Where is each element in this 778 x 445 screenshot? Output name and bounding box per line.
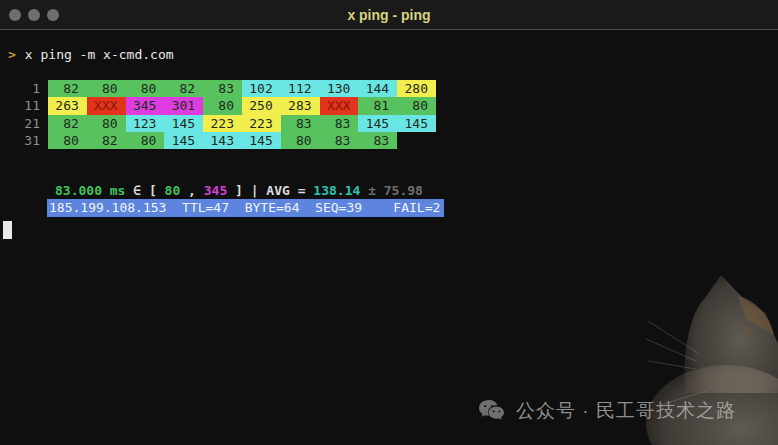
grid-row: 2182801231452232238383145145 (8, 115, 770, 132)
grid-cell: 283 (281, 97, 320, 114)
grid-cell: 83 (203, 80, 242, 97)
window-title: x ping - ping (0, 0, 778, 29)
grid-row: 11263XXX34530180250283XXX8180 (8, 97, 770, 114)
wechat-icon (478, 399, 508, 424)
row-label: 1 (8, 80, 40, 97)
grid-cell: 80 (87, 80, 126, 97)
grid-cell: 83 (358, 132, 397, 149)
grid-cell: 345 (126, 97, 165, 114)
grid-cell: 144 (358, 80, 397, 97)
grid-cell: 145 (358, 115, 397, 132)
grid-cell: 83 (320, 132, 359, 149)
grid-cell: XXX (320, 97, 359, 114)
status-bar: 185.199.108.153 TTL=47 BYTE=64 SEQ=39 FA… (47, 199, 444, 217)
row-label: 21 (8, 115, 40, 132)
grid-cell: 82 (164, 80, 203, 97)
open-bracket: [ (149, 183, 157, 198)
stddev-value: 75.98 (384, 183, 423, 198)
grid-cell: 145 (397, 115, 436, 132)
comma: , (188, 183, 196, 198)
command-line: >x ping -m x-cmd.com (8, 46, 770, 63)
grid-cell: 123 (126, 115, 165, 132)
grid-cell: 80 (48, 132, 87, 149)
grid-cell: 80 (281, 132, 320, 149)
row-label: 11 (8, 97, 40, 114)
grid-cell: 301 (164, 97, 203, 114)
avg-label: AVG = (266, 183, 305, 198)
watermark-text: 公众号 · 民工哥技术之路 (516, 398, 736, 424)
grid-row: 31808280145143145808383 (8, 132, 770, 149)
grid-cell: 83 (281, 115, 320, 132)
avg-value: 138.14 (313, 183, 360, 198)
grid-cell: 112 (281, 80, 320, 97)
current-latency: 83.000 ms (55, 183, 125, 198)
pipe-separator: | (251, 183, 259, 198)
row-label: 31 (8, 132, 40, 149)
grid-cell: 130 (320, 80, 359, 97)
grid-cell: 102 (242, 80, 281, 97)
element-of-symbol: ∈ (133, 183, 141, 198)
grid-cell: 145 (164, 132, 203, 149)
terminal-window: x ping - ping >x ping -m x-cmd.com 18280… (0, 0, 778, 445)
grid-cell: 82 (87, 132, 126, 149)
terminal-screen[interactable]: >x ping -m x-cmd.com 1828080828310211213… (0, 30, 778, 239)
grid-cell: 80 (203, 97, 242, 114)
min-latency: 80 (165, 183, 181, 198)
stats-line: 83.000 ms ∈ [ 80 , 345 ] | AVG = 138.14 … (8, 182, 770, 199)
grid-cell: 263 (48, 97, 87, 114)
grid-cell: 223 (203, 115, 242, 132)
plus-minus-symbol: ± (368, 183, 376, 198)
grid-cell: 80 (87, 115, 126, 132)
watermark: 公众号 · 民工哥技术之路 (478, 398, 736, 424)
terminal-cursor (3, 221, 12, 239)
grid-cell: 145 (242, 132, 281, 149)
close-bracket: ] (235, 183, 243, 198)
grid-cell: 82 (48, 115, 87, 132)
grid-cell: 83 (320, 115, 359, 132)
grid-cell: 143 (203, 132, 242, 149)
grid-cell: 80 (126, 132, 165, 149)
grid-cell: 280 (397, 80, 436, 97)
ping-grid: 1828080828310211213014428011263XXX345301… (8, 80, 770, 149)
prompt-symbol: > (8, 47, 16, 62)
title-bar: x ping - ping (0, 0, 778, 30)
grid-cell: 82 (48, 80, 87, 97)
max-latency: 345 (204, 183, 227, 198)
grid-cell: 80 (126, 80, 165, 97)
grid-cell: 81 (358, 97, 397, 114)
grid-cell: 145 (164, 115, 203, 132)
grid-cell: 80 (397, 97, 436, 114)
command-text: x ping -m x-cmd.com (25, 47, 174, 62)
grid-cell: 223 (242, 115, 281, 132)
grid-cell: XXX (87, 97, 126, 114)
grid-row: 18280808283102112130144280 (8, 80, 770, 97)
grid-cell: 250 (242, 97, 281, 114)
